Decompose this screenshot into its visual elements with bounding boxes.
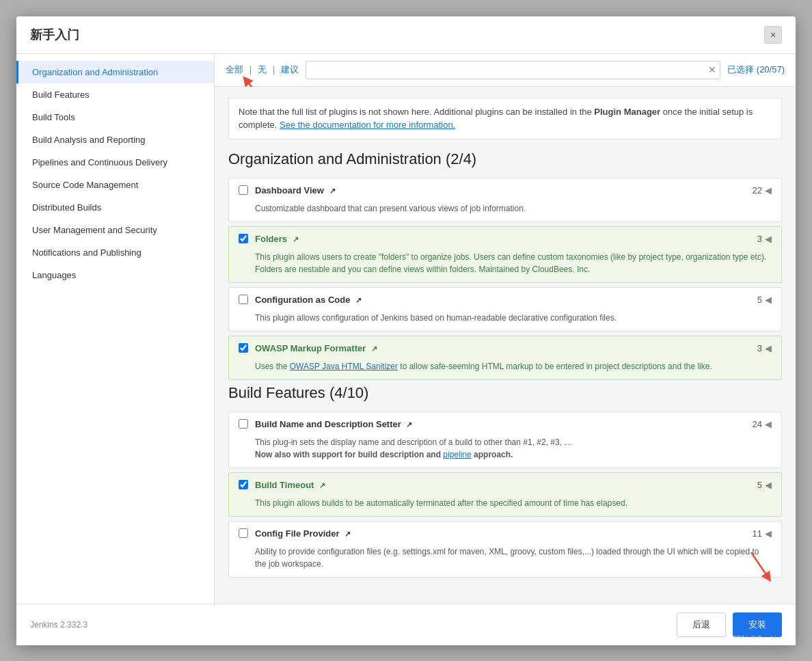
plugin-link-folders[interactable]: ↗: [293, 235, 299, 243]
sidebar-item-notifications[interactable]: Notifications and Publishing: [16, 241, 214, 264]
plugin-card-folders: Folders ↗3 ◀This plugin allows users to …: [228, 226, 782, 283]
filter-all[interactable]: 全部: [226, 64, 243, 76]
sidebar-item-distributed[interactable]: Distributed Builds: [16, 196, 214, 219]
plugin-count-config-as-code: 5 ◀: [757, 295, 772, 305]
sidebar-item-build-analysis[interactable]: Build Analysis and Reporting: [16, 129, 214, 151]
plugin-header-config-file-provider: Config File Provider ↗11 ◀: [229, 522, 781, 545]
plugin-count-dashboard-view: 22 ◀: [753, 185, 772, 195]
plugin-count-config-file-provider: 11 ◀: [753, 528, 772, 539]
notice-box: Note that the full list of plugins is no…: [228, 98, 782, 139]
filter-none[interactable]: 无: [258, 64, 267, 76]
plugin-checkbox-build-name-setter[interactable]: [239, 419, 248, 429]
plugin-name-dashboard-view: Dashboard View ↗: [255, 185, 753, 195]
plugin-card-build-timeout: Build Timeout ↗5 ◀This plugin allows bui…: [228, 472, 782, 517]
filter-sep-2: ｜: [269, 64, 278, 76]
back-button[interactable]: 后退: [677, 612, 726, 637]
close-button[interactable]: ×: [764, 26, 782, 44]
modal-title: 新手入门: [30, 27, 79, 43]
plugin-desc-dashboard-view: Customizable dashboard that can present …: [229, 202, 781, 221]
plugin-desc-bold-build-name-setter: Now also with support for build descript…: [255, 450, 443, 459]
sidebar-item-build-features[interactable]: Build Features: [16, 83, 214, 106]
filter-suggest[interactable]: 建议: [281, 64, 299, 76]
search-clear-button[interactable]: ✕: [708, 64, 716, 75]
plugin-link-dashboard-view[interactable]: ↗: [329, 187, 336, 195]
section-title-org-admin-section: Organization and Administration (2/4): [228, 150, 782, 168]
filter-links: 全部 ｜ 无 ｜ 建议: [226, 64, 299, 76]
plugin-name-folders: Folders ↗: [255, 234, 757, 244]
plugin-link-build-name-setter[interactable]: ↗: [406, 420, 412, 429]
sidebar-item-build-tools[interactable]: Build Tools: [16, 106, 214, 129]
footer-buttons: 后退 安装: [677, 612, 782, 637]
filter-sep-1: ｜: [246, 64, 255, 76]
selected-count: 已选择 (20/57): [727, 64, 785, 76]
section-title-build-features-section: Build Features (4/10): [228, 384, 782, 402]
sidebar-item-source-code[interactable]: Source Code Management: [16, 174, 214, 196]
plugin-manager-link[interactable]: Plugin Manager: [594, 107, 660, 117]
count-arrow-config-file-provider: ◀: [765, 528, 772, 539]
plugin-count-build-name-setter: 24 ◀: [753, 419, 772, 429]
count-arrow-dashboard-view: ◀: [765, 185, 772, 195]
count-arrow-config-as-code: ◀: [765, 295, 772, 305]
plugin-name-config-file-provider: Config File Provider ↗: [255, 528, 753, 539]
plugin-card-owasp-markup: OWASP Markup Formatter ↗3 ◀Uses the OWAS…: [228, 336, 782, 380]
plugin-desc-owasp-markup: Uses the OWASP Java HTML Sanitizer to al…: [229, 360, 781, 379]
plugin-desc-config-file-provider: Ability to provide configuration files (…: [229, 545, 781, 577]
plugin-count-owasp-markup: 3 ◀: [757, 343, 772, 353]
modal-header: 新手入门 ×: [16, 16, 796, 54]
section-org-admin-section: Organization and Administration (2/4)Das…: [228, 150, 782, 380]
plugin-link-config-as-code[interactable]: ↗: [355, 296, 362, 304]
plugin-header-config-as-code: Configuration as Code ↗5 ◀: [229, 288, 781, 312]
version-text: Jenkins 2.332.3: [30, 620, 87, 630]
plugin-card-build-name-setter: Build Name and Description Setter ↗24 ◀T…: [228, 412, 782, 468]
sidebar: Organization and AdministrationBuild Fea…: [16, 54, 215, 604]
plugin-desc-build-name-setter: This plug-in sets the display name and d…: [229, 436, 781, 468]
modal-body: Organization and AdministrationBuild Fea…: [16, 54, 796, 604]
count-arrow-folders: ◀: [765, 234, 772, 244]
count-arrow-build-name-setter: ◀: [765, 419, 772, 429]
plugin-checkbox-config-file-provider[interactable]: [239, 528, 248, 538]
modal-footer: Jenkins 2.332.3 后退 安装: [16, 604, 796, 645]
plugin-link-build-timeout[interactable]: ↗: [319, 481, 325, 489]
install-button[interactable]: 安装: [733, 612, 782, 637]
plugin-name-config-as-code: Configuration as Code ↗: [255, 295, 757, 305]
sidebar-item-languages[interactable]: Languages: [16, 264, 214, 286]
plugin-count-folders: 3 ◀: [757, 234, 772, 244]
plugin-card-dashboard-view: Dashboard View ↗22 ◀Customizable dashboa…: [228, 178, 782, 222]
sections-container: Organization and Administration (2/4)Das…: [228, 150, 782, 578]
notice-text1: Note that the full list of plugins is no…: [239, 107, 594, 117]
plugin-header-owasp-markup: OWASP Markup Formatter ↗3 ◀: [229, 336, 781, 360]
sidebar-item-pipelines[interactable]: Pipelines and Continuous Delivery: [16, 151, 214, 174]
count-arrow-build-timeout: ◀: [765, 480, 772, 490]
plugin-header-build-timeout: Build Timeout ↗5 ◀: [229, 473, 781, 497]
plugin-header-folders: Folders ↗3 ◀: [229, 227, 781, 251]
plugin-pipeline-link-build-name-setter[interactable]: pipeline: [443, 450, 471, 459]
plugin-card-config-file-provider: Config File Provider ↗11 ◀Ability to pro…: [228, 521, 782, 578]
sidebar-item-org-admin[interactable]: Organization and Administration: [16, 61, 214, 83]
plugin-name-owasp-markup: OWASP Markup Formatter ↗: [255, 343, 757, 353]
modal-dialog: 新手入门 × Organization and AdministrationBu…: [16, 16, 796, 645]
content-area: Note that the full list of plugins is no…: [215, 87, 796, 604]
plugin-checkbox-dashboard-view[interactable]: [239, 185, 248, 195]
toolbar: 全部 ｜ 无 ｜ 建议 ✕ 已选择 (20/57): [215, 54, 796, 87]
count-arrow-owasp-markup: ◀: [765, 343, 772, 353]
plugin-link-config-file-provider[interactable]: ↗: [344, 530, 351, 538]
plugin-checkbox-build-timeout[interactable]: [239, 480, 248, 489]
sidebar-item-user-mgmt[interactable]: User Management and Security: [16, 219, 214, 241]
plugin-header-build-name-setter: Build Name and Description Setter ↗24 ◀: [229, 412, 781, 436]
search-input[interactable]: [306, 61, 720, 79]
plugin-link-owasp-markup[interactable]: ↗: [371, 345, 377, 353]
plugin-name-build-timeout: Build Timeout ↗: [255, 480, 757, 490]
plugin-checkbox-folders[interactable]: [239, 234, 248, 243]
main-content: 全部 ｜ 无 ｜ 建议 ✕ 已选择 (20/57): [215, 54, 796, 604]
plugin-checkbox-config-as-code[interactable]: [239, 295, 248, 304]
plugin-desc-config-as-code: This plugin allows configuration of Jenk…: [229, 312, 781, 331]
plugin-count-build-timeout: 5 ◀: [757, 480, 772, 490]
plugin-checkbox-owasp-markup[interactable]: [239, 343, 248, 353]
plugin-desc-link-owasp-markup[interactable]: OWASP Java HTML Sanitizer: [290, 362, 398, 371]
plugin-desc-build-timeout: This plugin allows builds to be automati…: [229, 497, 781, 516]
plugin-name-build-name-setter: Build Name and Description Setter ↗: [255, 419, 753, 429]
plugin-card-config-as-code: Configuration as Code ↗5 ◀This plugin al…: [228, 287, 782, 332]
doc-link[interactable]: See the documentation for more informati…: [280, 120, 455, 130]
plugin-desc-folders: This plugin allows users to create "fold…: [229, 251, 781, 282]
section-build-features-section: Build Features (4/10)Build Name and Desc…: [228, 384, 782, 578]
